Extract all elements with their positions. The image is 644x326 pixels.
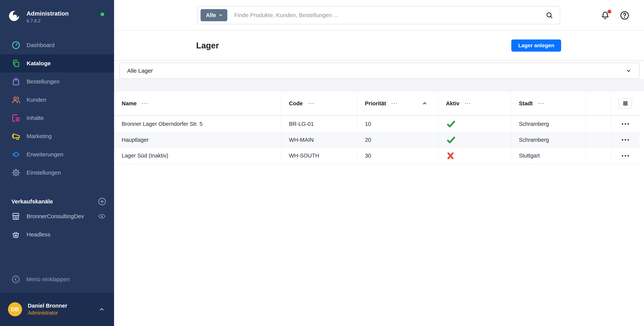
cell-city: Schramberg <box>511 132 586 148</box>
content-gap <box>114 79 644 91</box>
orders-icon <box>12 77 20 86</box>
cell-code: BR-LG-01 <box>281 116 357 132</box>
marketing-icon <box>12 132 20 141</box>
user-name: Daniel Bronner <box>28 303 98 309</box>
sidebar: Administration 6.7.8.2 Dashboard Katalog… <box>0 0 114 326</box>
warehouse-table: Name Code Priorität Aktiv <box>114 91 640 164</box>
user-menu[interactable]: DB Daniel Bronner Administrator <box>0 292 114 326</box>
shopware-logo-icon <box>8 10 20 22</box>
status-dot <box>100 12 104 16</box>
cell-name: Lager Süd (Inaktiv) <box>114 148 281 164</box>
cell-name: Hauptlager <box>114 132 281 148</box>
avatar: DB <box>8 302 22 316</box>
cell-spacer <box>586 132 611 148</box>
main-area: Alle Lager Lager anlegen <box>114 0 644 326</box>
row-context-menu-button[interactable] <box>622 155 629 157</box>
table-row[interactable]: Hauptlager WH-MAIN 20 Schramberg <box>114 132 640 148</box>
table-settings-button[interactable] <box>619 98 632 109</box>
cell-priority: 30 <box>357 148 438 164</box>
app-title: Administration <box>26 10 69 17</box>
column-header-aktiv[interactable]: Aktiv <box>438 91 511 116</box>
user-role: Administrator <box>28 310 98 316</box>
catalogues-icon <box>12 59 20 68</box>
column-options-icon[interactable] <box>308 103 314 104</box>
global-search: Alle <box>197 6 560 24</box>
page-title: Lager <box>196 41 511 50</box>
settings-icon <box>12 168 20 177</box>
create-warehouse-button[interactable]: Lager anlegen <box>511 39 561 52</box>
cell-spacer <box>586 148 611 164</box>
cell-active <box>438 132 511 148</box>
cell-priority: 10 <box>357 116 438 132</box>
search-input[interactable] <box>234 12 545 18</box>
column-header-name[interactable]: Name <box>114 91 281 116</box>
sidebar-item-kunden[interactable]: Kunden <box>0 91 114 109</box>
content: Alle Lager Name Code Priorität <box>114 61 644 326</box>
warehouse-filter-select[interactable]: Alle Lager <box>119 63 640 79</box>
dashboard-icon <box>12 41 20 50</box>
table-row[interactable]: Lager Süd (Inaktiv) WH-SOUTH 30 Stuttgar… <box>114 148 640 164</box>
storefront-icon <box>12 212 20 221</box>
search-icon[interactable] <box>545 11 553 19</box>
column-header-spacer <box>586 91 611 116</box>
column-header-prioritaet[interactable]: Priorität <box>357 91 438 116</box>
sidebar-item-einstellungen[interactable]: Einstellungen <box>0 163 114 182</box>
column-options-icon[interactable] <box>392 103 397 104</box>
cell-active <box>438 148 511 164</box>
cell-code: WH-SOUTH <box>281 148 357 164</box>
cell-code: WH-MAIN <box>281 132 357 148</box>
cell-actions <box>611 132 640 148</box>
cell-actions <box>611 148 640 164</box>
column-options-icon[interactable] <box>142 103 148 104</box>
sidebar-item-dashboard[interactable]: Dashboard <box>0 36 114 54</box>
column-header-code[interactable]: Code <box>281 91 357 116</box>
sidebar-item-erweiterungen[interactable]: Erweiterungen <box>0 145 114 163</box>
collapse-menu-button[interactable]: Menü einklappen <box>0 273 114 285</box>
sales-channel-headless[interactable]: Headless <box>0 225 114 244</box>
notifications-button[interactable] <box>600 10 610 20</box>
column-options-icon[interactable] <box>465 103 470 104</box>
cell-city: Stuttgart <box>511 148 586 164</box>
sidebar-nav: Dashboard Kataloge Bestellungen Kunden I… <box>0 36 114 182</box>
list-settings-icon <box>622 100 628 107</box>
sort-asc-icon <box>422 101 428 106</box>
row-context-menu-button[interactable] <box>622 123 629 125</box>
sidebar-spacer <box>0 244 114 273</box>
cell-name: Bronner Lager Oberndorfer Str. 5 <box>114 116 281 132</box>
row-context-menu-button[interactable] <box>622 139 629 141</box>
cell-active <box>438 116 511 132</box>
sidebar-item-bestellungen[interactable]: Bestellungen <box>0 72 114 91</box>
help-icon <box>620 10 630 20</box>
table-row[interactable]: Bronner Lager Oberndorfer Str. 5 BR-LG-0… <box>114 116 640 132</box>
add-sales-channel-button[interactable] <box>98 197 106 206</box>
smart-bar: Lager Lager anlegen <box>114 30 644 61</box>
customers-icon <box>12 95 20 104</box>
cell-actions <box>611 116 640 132</box>
collapse-chevron-icon <box>12 275 20 284</box>
topbar: Alle <box>114 0 644 30</box>
content-icon <box>12 114 20 123</box>
chevron-up-icon <box>98 306 105 313</box>
app-version: 6.7.8.2 <box>26 18 69 23</box>
cell-spacer <box>586 116 611 132</box>
search-scope-dropdown[interactable]: Alle <box>200 9 227 21</box>
chevron-down-icon <box>218 13 223 18</box>
basket-icon <box>12 230 20 239</box>
cell-city: Schramberg <box>511 116 586 132</box>
sidebar-item-marketing[interactable]: Marketing <box>0 127 114 145</box>
sidebar-item-kataloge[interactable]: Kataloge <box>0 54 114 72</box>
sidebar-item-inhalte[interactable]: Inhalte <box>0 109 114 127</box>
column-header-actions <box>611 91 640 116</box>
sales-channel-bronnerconsultingdev[interactable]: BronnerConsultingDev <box>0 207 114 225</box>
check-icon <box>446 119 456 129</box>
table-header-row: Name Code Priorität Aktiv <box>114 91 640 116</box>
notification-dot <box>608 10 611 13</box>
check-icon <box>446 135 456 145</box>
column-options-icon[interactable] <box>538 103 544 104</box>
cell-priority: 20 <box>357 132 438 148</box>
eye-icon[interactable] <box>98 212 106 220</box>
filter-selected-value: Alle Lager <box>127 68 626 74</box>
help-button[interactable] <box>620 10 630 20</box>
chevron-down-icon <box>626 68 632 74</box>
column-header-stadt[interactable]: Stadt <box>511 91 586 116</box>
